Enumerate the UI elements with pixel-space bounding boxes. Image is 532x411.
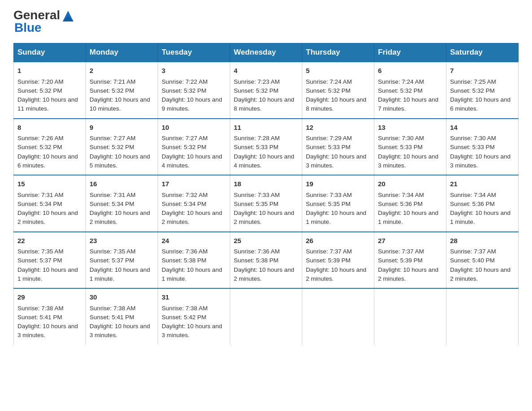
sunset-label: Sunset: 5:33 PM [450, 144, 495, 150]
day-cell: 7 Sunrise: 7:25 AM Sunset: 5:32 PM Dayli… [446, 62, 519, 119]
day-number: 8 [17, 123, 82, 133]
daylight-label: Daylight: 10 hours and 3 minutes. [306, 153, 366, 169]
header-saturday: Saturday [446, 43, 519, 62]
daylight-label: Daylight: 10 hours and 10 minutes. [90, 96, 150, 112]
day-number: 5 [306, 66, 370, 76]
day-cell: 17 Sunrise: 7:32 AM Sunset: 5:34 PM Dayl… [158, 175, 230, 232]
sunset-label: Sunset: 5:37 PM [17, 257, 62, 264]
daylight-label: Daylight: 10 hours and 4 minutes. [162, 153, 222, 169]
daylight-label: Daylight: 10 hours and 5 minutes. [90, 153, 150, 169]
day-cell: 16 Sunrise: 7:31 AM Sunset: 5:34 PM Dayl… [86, 175, 158, 232]
sunset-label: Sunset: 5:34 PM [17, 201, 62, 207]
day-number: 27 [378, 236, 442, 246]
daylight-label: Daylight: 10 hours and 2 minutes. [234, 210, 294, 225]
header-wednesday: Wednesday [230, 43, 302, 62]
day-cell: 1 Sunrise: 7:20 AM Sunset: 5:32 PM Dayli… [14, 62, 86, 119]
header-tuesday: Tuesday [158, 43, 230, 62]
sunset-label: Sunset: 5:32 PM [90, 87, 134, 94]
sunrise-label: Sunrise: 7:33 AM [234, 192, 280, 198]
day-number: 10 [162, 123, 226, 133]
sunrise-label: Sunrise: 7:35 AM [17, 248, 64, 255]
header-sunday: Sunday [14, 43, 86, 62]
sunrise-label: Sunrise: 7:30 AM [378, 135, 424, 141]
sunrise-label: Sunrise: 7:33 AM [306, 192, 352, 198]
page-header: General Blue [13, 9, 519, 35]
sunset-label: Sunset: 5:38 PM [234, 257, 279, 264]
day-cell: 9 Sunrise: 7:27 AM Sunset: 5:32 PM Dayli… [86, 119, 158, 176]
header-monday: Monday [86, 43, 158, 62]
daylight-label: Daylight: 10 hours and 2 minutes. [17, 210, 78, 225]
sunrise-label: Sunrise: 7:32 AM [162, 192, 208, 198]
day-number: 16 [90, 179, 154, 189]
day-cell: 11 Sunrise: 7:28 AM Sunset: 5:33 PM Dayl… [230, 119, 302, 176]
sunset-label: Sunset: 5:38 PM [162, 257, 206, 264]
daylight-label: Daylight: 10 hours and 3 minutes. [162, 323, 222, 338]
sunset-label: Sunset: 5:35 PM [306, 201, 351, 207]
day-number: 2 [90, 66, 154, 76]
day-number: 21 [450, 179, 515, 189]
day-cell: 5 Sunrise: 7:24 AM Sunset: 5:32 PM Dayli… [302, 62, 374, 119]
day-number: 18 [234, 179, 298, 189]
header-thursday: Thursday [302, 43, 374, 62]
sunset-label: Sunset: 5:32 PM [162, 144, 206, 150]
day-cell: 18 Sunrise: 7:33 AM Sunset: 5:35 PM Dayl… [230, 175, 302, 232]
day-cell: 8 Sunrise: 7:26 AM Sunset: 5:32 PM Dayli… [14, 119, 86, 176]
sunrise-label: Sunrise: 7:37 AM [378, 248, 424, 255]
day-cell: 3 Sunrise: 7:22 AM Sunset: 5:32 PM Dayli… [158, 62, 230, 119]
day-cell: 26 Sunrise: 7:37 AM Sunset: 5:39 PM Dayl… [302, 232, 374, 289]
day-number: 17 [162, 179, 226, 189]
sunset-label: Sunset: 5:42 PM [162, 314, 206, 321]
week-row-5: 29 Sunrise: 7:38 AM Sunset: 5:41 PM Dayl… [14, 288, 519, 345]
daylight-label: Daylight: 10 hours and 1 minute. [17, 266, 78, 282]
sunset-label: Sunset: 5:32 PM [234, 87, 279, 94]
sunset-label: Sunset: 5:39 PM [378, 257, 423, 264]
day-cell [302, 288, 374, 345]
sunrise-label: Sunrise: 7:20 AM [17, 78, 64, 85]
day-cell: 30 Sunrise: 7:38 AM Sunset: 5:41 PM Dayl… [86, 288, 158, 345]
sunrise-label: Sunrise: 7:25 AM [450, 78, 496, 85]
sunset-label: Sunset: 5:35 PM [234, 201, 279, 207]
daylight-label: Daylight: 10 hours and 8 minutes. [234, 96, 294, 112]
day-cell: 29 Sunrise: 7:38 AM Sunset: 5:41 PM Dayl… [14, 288, 86, 345]
day-cell: 12 Sunrise: 7:29 AM Sunset: 5:33 PM Dayl… [302, 119, 374, 176]
sunrise-label: Sunrise: 7:34 AM [378, 192, 424, 198]
sunset-label: Sunset: 5:32 PM [17, 144, 62, 150]
day-cell: 13 Sunrise: 7:30 AM Sunset: 5:33 PM Dayl… [374, 119, 446, 176]
day-number: 15 [17, 179, 82, 189]
day-number: 24 [162, 236, 226, 246]
day-number: 1 [17, 66, 82, 76]
logo: General Blue [13, 9, 75, 35]
daylight-label: Daylight: 10 hours and 3 minutes. [450, 153, 511, 169]
sunset-label: Sunset: 5:32 PM [17, 87, 62, 94]
week-row-1: 1 Sunrise: 7:20 AM Sunset: 5:32 PM Dayli… [14, 62, 519, 119]
sunset-label: Sunset: 5:41 PM [90, 314, 134, 321]
day-number: 6 [378, 66, 442, 76]
sunset-label: Sunset: 5:33 PM [378, 144, 423, 150]
daylight-label: Daylight: 10 hours and 2 minutes. [234, 266, 294, 282]
daylight-label: Daylight: 10 hours and 3 minutes. [90, 323, 150, 338]
sunset-label: Sunset: 5:33 PM [234, 144, 279, 150]
sunset-label: Sunset: 5:36 PM [450, 201, 495, 207]
day-cell: 24 Sunrise: 7:36 AM Sunset: 5:38 PM Dayl… [158, 232, 230, 289]
daylight-label: Daylight: 10 hours and 2 minutes. [378, 266, 438, 282]
daylight-label: Daylight: 10 hours and 6 minutes. [450, 96, 511, 112]
sunset-label: Sunset: 5:32 PM [306, 87, 351, 94]
day-number: 12 [306, 123, 370, 133]
day-cell: 14 Sunrise: 7:30 AM Sunset: 5:33 PM Dayl… [446, 119, 519, 176]
sunrise-label: Sunrise: 7:36 AM [162, 248, 208, 255]
sunrise-label: Sunrise: 7:38 AM [90, 305, 136, 312]
daylight-label: Daylight: 10 hours and 2 minutes. [90, 210, 150, 225]
day-cell [446, 288, 519, 345]
sunset-label: Sunset: 5:39 PM [306, 257, 351, 264]
daylight-label: Daylight: 10 hours and 9 minutes. [162, 96, 222, 112]
sunrise-label: Sunrise: 7:38 AM [17, 305, 64, 312]
sunset-label: Sunset: 5:41 PM [17, 314, 62, 321]
sunrise-label: Sunrise: 7:27 AM [162, 135, 208, 141]
daylight-label: Daylight: 10 hours and 8 minutes. [306, 96, 366, 112]
sunset-label: Sunset: 5:32 PM [378, 87, 423, 94]
sunset-label: Sunset: 5:34 PM [90, 201, 134, 207]
day-number: 19 [306, 179, 370, 189]
header-friday: Friday [374, 43, 446, 62]
day-number: 23 [90, 236, 154, 246]
day-cell: 6 Sunrise: 7:24 AM Sunset: 5:32 PM Dayli… [374, 62, 446, 119]
